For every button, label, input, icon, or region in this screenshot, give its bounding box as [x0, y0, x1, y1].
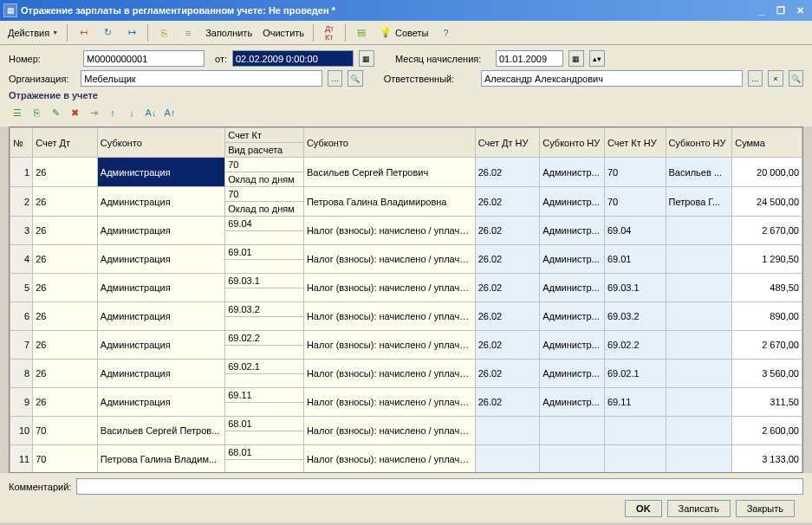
report-button[interactable]: ▤	[350, 23, 373, 42]
cell-kt[interactable]: 69.02.1	[225, 360, 304, 374]
cell-sub[interactable]: Администрация	[97, 217, 224, 245]
table-row[interactable]: 326Администрация69.04Налог (взносы): нач…	[10, 217, 802, 231]
cell-dt[interactable]: 26	[33, 274, 98, 302]
date-picker-button[interactable]: ▦	[359, 50, 374, 67]
cell-subnu[interactable]: Администр...	[540, 388, 605, 417]
cell-dtnu[interactable]: 26.02	[475, 245, 540, 274]
cell-ktnu[interactable]: 69.02.1	[604, 360, 666, 388]
cell-kt[interactable]: 68.01	[225, 445, 304, 460]
help-button[interactable]: ?	[435, 23, 458, 42]
cell-subnu[interactable]: Администр...	[540, 245, 605, 274]
cell-dt[interactable]: 70	[33, 445, 98, 474]
cell-vid[interactable]	[225, 431, 304, 445]
cell-subnu[interactable]	[540, 445, 605, 474]
col-dt[interactable]: Счет Дт	[33, 128, 98, 158]
col-n[interactable]: №	[10, 128, 33, 158]
add-row-button[interactable]: ☰	[9, 104, 26, 121]
sort-asc-button[interactable]: A↓	[142, 104, 159, 121]
table-row[interactable]: 626Администрация69.03.2Налог (взносы): н…	[10, 302, 802, 317]
cell-vid[interactable]	[225, 288, 304, 302]
cell-kt[interactable]: 69.03.1	[225, 274, 304, 288]
copy-button[interactable]: ⎘	[153, 23, 175, 42]
cell-dtnu[interactable]: 26.02	[475, 217, 540, 245]
col-vid[interactable]: Вид расчета	[225, 143, 304, 158]
actions-menu[interactable]: Действия▼	[3, 23, 62, 42]
table-row[interactable]: 426Администрация69.01Налог (взносы): нач…	[10, 245, 802, 260]
cell-sub2[interactable]: Налог (взносы): начислено / уплачено	[303, 302, 475, 331]
cell-subnu2[interactable]	[666, 302, 732, 331]
cell-ktnu[interactable]	[604, 417, 666, 445]
postings-button[interactable]: ДтКт	[318, 23, 341, 42]
cell-sum[interactable]: 311,50	[732, 388, 802, 417]
cell-vid[interactable]	[225, 346, 304, 360]
resp-field[interactable]: Александр Александрович	[481, 70, 743, 87]
org-field[interactable]: Мебельщик	[81, 70, 322, 87]
cell-dtnu[interactable]: 26.02	[475, 302, 540, 331]
resp-clear-button[interactable]: ×	[768, 70, 783, 87]
cell-dtnu[interactable]	[475, 417, 540, 445]
cell-dt[interactable]: 26	[33, 388, 98, 417]
col-kt[interactable]: Счет Кт	[225, 128, 304, 143]
list-button[interactable]: ≡	[177, 23, 199, 42]
org-search-button[interactable]: 🔍	[348, 70, 362, 87]
save-button[interactable]: Записать	[667, 500, 731, 517]
cell-dtnu[interactable]: 26.02	[475, 274, 540, 302]
copy-row-button[interactable]: ⎘	[28, 104, 45, 121]
date-field[interactable]: 02.02.2009 0:00:00	[232, 50, 354, 67]
cell-ktnu[interactable]: 69.01	[604, 245, 666, 274]
cell-sub2[interactable]: Васильев Сергей Петрович	[303, 158, 475, 187]
cell-dtnu[interactable]: 26.02	[475, 331, 540, 360]
table-row[interactable]: 826Администрация69.02.1Налог (взносы): н…	[10, 360, 802, 374]
cell-vid[interactable]	[225, 403, 304, 417]
cell-dt[interactable]: 26	[33, 302, 98, 331]
cell-subnu[interactable]: Администр...	[540, 217, 605, 245]
clear-button[interactable]: Очистить	[258, 23, 309, 42]
resp-select-button[interactable]: …	[748, 70, 763, 87]
cell-dtnu[interactable]: 26.02	[475, 187, 540, 217]
month-spinner-button[interactable]: ▴▾	[589, 50, 605, 67]
move-up-button[interactable]: ↑	[104, 104, 121, 121]
cell-kt[interactable]: 69.01	[225, 245, 304, 260]
cell-ktnu[interactable]: 70	[604, 187, 666, 217]
cell-sum[interactable]: 489,50	[732, 274, 802, 302]
table-row[interactable]: 126Администрация70Васильев Сергей Петров…	[10, 158, 802, 172]
cell-vid[interactable]	[225, 260, 304, 274]
cell-sum[interactable]: 2 670,00	[732, 217, 802, 245]
cell-sub2[interactable]: Налог (взносы): начислено / уплачено	[303, 417, 475, 445]
col-sub2[interactable]: Субконто	[303, 128, 475, 158]
cell-sub2[interactable]: Налог (взносы): начислено / уплачено	[303, 274, 475, 302]
cell-sum[interactable]: 24 500,00	[732, 187, 802, 217]
number-field[interactable]: М0000000001	[83, 50, 205, 67]
move-down-button[interactable]: ↓	[123, 104, 140, 121]
cell-vid[interactable]	[225, 374, 304, 388]
cell-sub[interactable]: Администрация	[97, 388, 224, 417]
cell-ktnu[interactable]	[604, 445, 666, 474]
col-sub[interactable]: Субконто	[97, 128, 224, 158]
move-end-button[interactable]: ⇥	[85, 104, 102, 121]
cell-sub2[interactable]: Налог (взносы): начислено / уплачено	[303, 360, 475, 388]
cell-subnu2[interactable]	[666, 360, 732, 388]
cell-subnu[interactable]	[540, 417, 605, 445]
cell-ktnu[interactable]: 70	[604, 158, 666, 187]
table-row[interactable]: 1170Петрова Галина Владим...68.01Налог (…	[10, 445, 802, 460]
maximize-button[interactable]: ❐	[772, 3, 789, 18]
cell-subnu2[interactable]	[666, 245, 732, 274]
cell-sub[interactable]: Администрация	[97, 331, 224, 360]
cell-sum[interactable]: 3 133,00	[732, 445, 802, 474]
cell-dtnu[interactable]: 26.02	[475, 360, 540, 388]
month-field[interactable]: 01.01.2009	[496, 50, 563, 67]
nav-forward-button[interactable]: ↦	[120, 23, 143, 42]
table-row[interactable]: 1070Васильев Сергей Петров...68.01Налог …	[10, 417, 802, 431]
col-ktnu[interactable]: Счет Кт НУ	[604, 128, 666, 158]
cell-dtnu[interactable]	[475, 445, 540, 474]
cell-kt[interactable]: 70	[225, 187, 304, 202]
cell-vid[interactable]	[225, 460, 304, 474]
edit-row-button[interactable]: ✎	[47, 104, 64, 121]
cell-sub2[interactable]: Налог (взносы): начислено / уплачено	[303, 331, 475, 360]
sort-desc-button[interactable]: A↑	[161, 104, 179, 121]
table-row[interactable]: 226Администрация70Петрова Галина Владими…	[10, 187, 802, 202]
close-button[interactable]: ✕	[791, 3, 809, 18]
cell-sub[interactable]: Администрация	[97, 187, 224, 217]
cell-subnu2[interactable]	[666, 331, 732, 360]
col-sum[interactable]: Сумма	[732, 128, 802, 158]
